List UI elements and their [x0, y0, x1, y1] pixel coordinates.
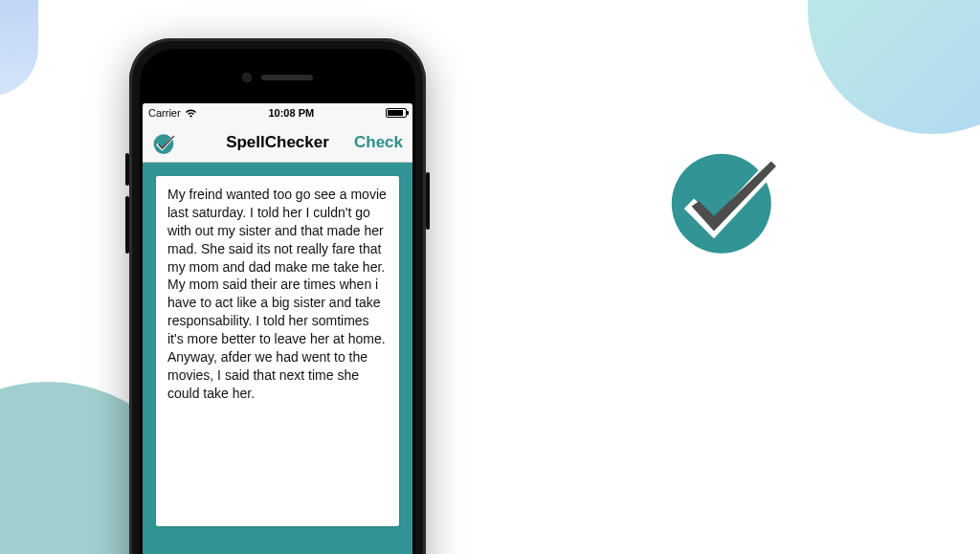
checkmark-circle-icon: [152, 130, 177, 155]
svg-point-0: [672, 154, 771, 254]
checkmark-circle-icon: [664, 134, 789, 258]
bottom-toolbar: Paste Clear Example: [143, 540, 412, 554]
bg-blob-top-right: [808, 0, 980, 134]
status-bar: Carrier 10:08 PM: [143, 103, 412, 122]
page-title: SpellChecker: [206, 133, 349, 152]
app-logo-large: [664, 134, 789, 258]
wifi-icon: [185, 108, 197, 118]
carrier-label: Carrier: [148, 107, 181, 119]
text-input[interactable]: My freind wanted too go see a movie last…: [156, 176, 399, 526]
content-area: My freind wanted too go see a movie last…: [143, 163, 412, 540]
nav-bar: SpellChecker Check: [143, 122, 412, 163]
app-logo-small: [152, 130, 206, 155]
battery-icon: [386, 108, 407, 118]
svg-point-3: [154, 134, 174, 154]
phone-earpiece: [143, 52, 412, 103]
clock-label: 10:08 PM: [268, 107, 314, 119]
check-button[interactable]: Check: [349, 133, 403, 152]
phone-device-frame: Carrier 10:08 PM: [129, 38, 426, 554]
phone-screen: Carrier 10:08 PM: [143, 103, 412, 554]
bg-blob-top-left: [0, 0, 38, 96]
